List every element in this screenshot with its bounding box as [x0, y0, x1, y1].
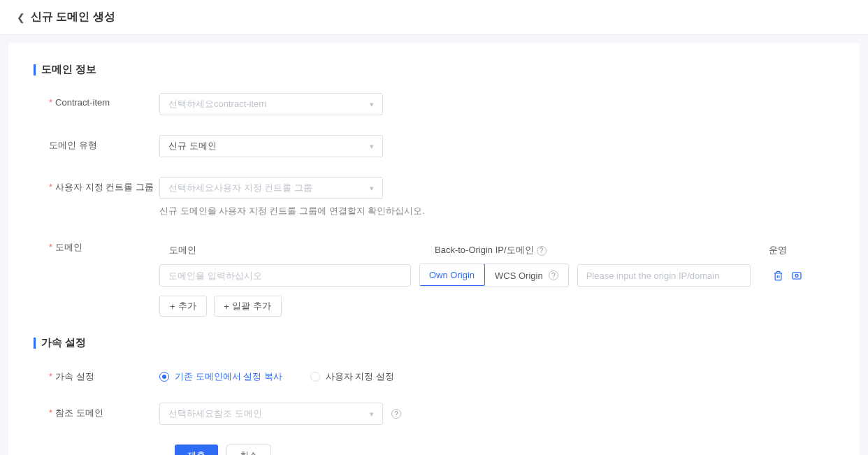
- row-domain: *도메인 도메인 Back-to-Origin IP/도메인? 운영 Own O…: [34, 237, 834, 317]
- required-mark: *: [49, 407, 52, 418]
- domain-input[interactable]: [159, 264, 411, 287]
- page-header: ❮ 신규 도메인 생성: [0, 0, 868, 35]
- label-control-group: *사용자 지정 컨트롤 그룹: [34, 177, 159, 194]
- radio-icon-checked: [159, 372, 169, 382]
- help-icon[interactable]: ?: [549, 270, 558, 280]
- required-mark: *: [49, 97, 52, 108]
- origin-input[interactable]: [577, 264, 751, 287]
- add-buttons: +추가 +일괄 추가: [159, 296, 834, 317]
- section-header-domain-info: 도메인 정보: [34, 63, 834, 76]
- tab-own-origin[interactable]: Own Origin: [419, 263, 485, 286]
- radio-icon-unchecked: [310, 372, 320, 382]
- page-title: 신규 도메인 생성: [31, 10, 115, 24]
- label-accel-config: *가속 설정: [34, 366, 159, 383]
- help-icon[interactable]: ?: [391, 409, 401, 419]
- label-ref-domain: *참조 도메인: [34, 403, 159, 419]
- cancel-button[interactable]: 취소: [226, 445, 271, 455]
- radio-custom-config[interactable]: 사용자 지정 설정: [310, 370, 394, 383]
- section-bar-icon: [34, 338, 36, 349]
- batch-add-button[interactable]: +일괄 추가: [214, 296, 282, 317]
- accel-radio-group: 기존 도메인에서 설정 복사 사용자 지정 설정: [159, 366, 834, 383]
- section-header-accel: 가속 설정: [34, 336, 834, 349]
- ref-domain-select[interactable]: 선택하세요참조 도메인 ▾: [159, 403, 383, 425]
- svg-point-1: [795, 274, 798, 277]
- control-group-hint: 신규 도메인을 사용자 지정 컨트롤 그룹에 연결할지 확인하십시오.: [159, 205, 834, 217]
- domain-type-select[interactable]: 신규 도메인 ▾: [159, 135, 383, 157]
- add-button[interactable]: +추가: [159, 296, 207, 317]
- required-mark: *: [49, 242, 52, 252]
- radio-copy-existing[interactable]: 기존 도메인에서 설정 복사: [159, 370, 282, 383]
- submit-button[interactable]: 제출: [175, 445, 218, 455]
- row-ref-domain: *참조 도메인 선택하세요참조 도메인 ▾ ?: [34, 403, 834, 425]
- control-group-select[interactable]: 선택하세요사용자 지정 컨트롤 그룹 ▾: [159, 177, 383, 199]
- label-contract-item: *Contract-item: [34, 93, 159, 108]
- chevron-down-icon: ▾: [370, 410, 374, 419]
- section-bar-icon: [34, 64, 36, 75]
- content-wrapper: 도메인 정보 *Contract-item 선택하세요contract-item…: [0, 35, 868, 455]
- svg-rect-0: [793, 272, 801, 278]
- section-title-domain-info: 도메인 정보: [41, 63, 96, 76]
- required-mark: *: [49, 182, 52, 192]
- plus-icon: +: [170, 301, 175, 312]
- delete-icon[interactable]: [773, 270, 784, 281]
- help-icon[interactable]: ?: [537, 246, 547, 256]
- chevron-down-icon: ▾: [370, 142, 374, 151]
- form-card: 도메인 정보 *Contract-item 선택하세요contract-item…: [8, 43, 860, 455]
- contract-item-select[interactable]: 선택하세요contract-item ▾: [159, 93, 383, 115]
- row-contract-item: *Contract-item 선택하세요contract-item ▾: [34, 93, 834, 115]
- row-control-group: *사용자 지정 컨트롤 그룹 선택하세요사용자 지정 컨트롤 그룹 ▾ 신규 도…: [34, 177, 834, 217]
- row-domain-type: 도메인 유형 신규 도메인 ▾: [34, 135, 834, 157]
- chevron-down-icon: ▾: [370, 100, 374, 109]
- view-icon[interactable]: [791, 270, 802, 281]
- label-domain: *도메인: [34, 237, 159, 254]
- section-title-accel: 가속 설정: [41, 336, 86, 349]
- plus-icon: +: [224, 301, 230, 312]
- origin-tabs: Own Origin WCS Origin?: [419, 263, 569, 287]
- row-actions: [773, 270, 802, 281]
- label-domain-type: 도메인 유형: [34, 135, 159, 152]
- domain-input-row: Own Origin WCS Origin?: [159, 263, 834, 287]
- domain-table-header: 도메인 Back-to-Origin IP/도메인? 운영: [159, 237, 834, 263]
- col-header-origin: Back-to-Origin IP/도메인?: [435, 244, 769, 257]
- row-accel-config: *가속 설정 기존 도메인에서 설정 복사 사용자 지정 설정: [34, 366, 834, 383]
- col-header-ops: 운영: [769, 244, 825, 257]
- chevron-down-icon: ▾: [370, 184, 374, 193]
- footer-buttons: 제출 취소: [34, 445, 834, 455]
- required-mark: *: [49, 371, 52, 382]
- tab-wcs-origin[interactable]: WCS Origin?: [484, 264, 568, 287]
- back-chevron-icon[interactable]: ❮: [17, 12, 25, 23]
- col-header-domain: 도메인: [169, 244, 435, 257]
